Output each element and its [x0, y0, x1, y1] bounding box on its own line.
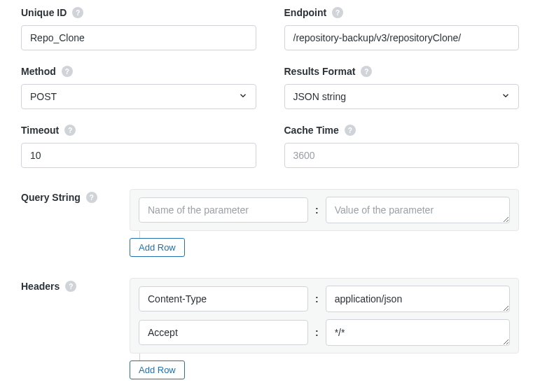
help-icon[interactable]: ?: [361, 66, 372, 77]
method-select[interactable]: POST: [21, 84, 256, 109]
timeout-label-text: Timeout: [21, 125, 59, 136]
headers-label-text: Headers: [21, 281, 60, 292]
connector-line: [139, 231, 140, 238]
results-format-label: Results Format ?: [284, 66, 520, 77]
query-string-value-input[interactable]: [326, 197, 510, 223]
help-icon[interactable]: ?: [86, 192, 97, 203]
connector-line: [139, 354, 140, 360]
endpoint-label: Endpoint ?: [284, 7, 520, 18]
query-string-row: :: [139, 197, 510, 223]
query-string-name-input[interactable]: [139, 197, 308, 223]
cache-time-label-text: Cache Time: [284, 125, 339, 136]
method-label-text: Method: [21, 66, 56, 77]
header-name-input[interactable]: [139, 320, 308, 345]
unique-id-label-text: Unique ID: [21, 7, 67, 18]
timeout-input[interactable]: [21, 143, 256, 168]
endpoint-input[interactable]: [284, 25, 520, 50]
help-icon[interactable]: ?: [65, 281, 76, 292]
header-name-input[interactable]: [139, 286, 308, 312]
colon-separator: :: [315, 327, 319, 338]
add-row-button[interactable]: Add Row: [130, 360, 185, 379]
headers-label: Headers ?: [21, 281, 102, 292]
cache-time-input[interactable]: [284, 143, 520, 168]
headers-box: : application/json : */*: [130, 278, 519, 354]
results-format-label-text: Results Format: [284, 66, 356, 77]
colon-separator: :: [315, 293, 319, 304]
endpoint-label-text: Endpoint: [284, 7, 327, 18]
header-value-input[interactable]: application/json: [326, 286, 510, 312]
cache-time-label: Cache Time ?: [284, 125, 520, 136]
help-icon[interactable]: ?: [64, 125, 76, 136]
unique-id-label: Unique ID ?: [21, 7, 256, 18]
query-string-label: Query String ?: [21, 192, 102, 203]
method-label: Method ?: [21, 66, 256, 77]
unique-id-input[interactable]: [21, 25, 256, 50]
help-icon[interactable]: ?: [72, 7, 83, 18]
header-value-input[interactable]: */*: [326, 319, 510, 346]
query-string-label-text: Query String: [21, 192, 81, 203]
help-icon[interactable]: ?: [62, 66, 73, 77]
help-icon[interactable]: ?: [345, 125, 356, 136]
headers-row: : */*: [139, 319, 510, 346]
help-icon[interactable]: ?: [332, 7, 343, 18]
results-format-select[interactable]: JSON string: [284, 84, 520, 109]
query-string-box: :: [130, 189, 519, 231]
colon-separator: :: [315, 204, 319, 216]
add-row-button[interactable]: Add Row: [130, 238, 185, 257]
timeout-label: Timeout ?: [21, 125, 256, 136]
headers-row: : application/json: [139, 286, 510, 312]
